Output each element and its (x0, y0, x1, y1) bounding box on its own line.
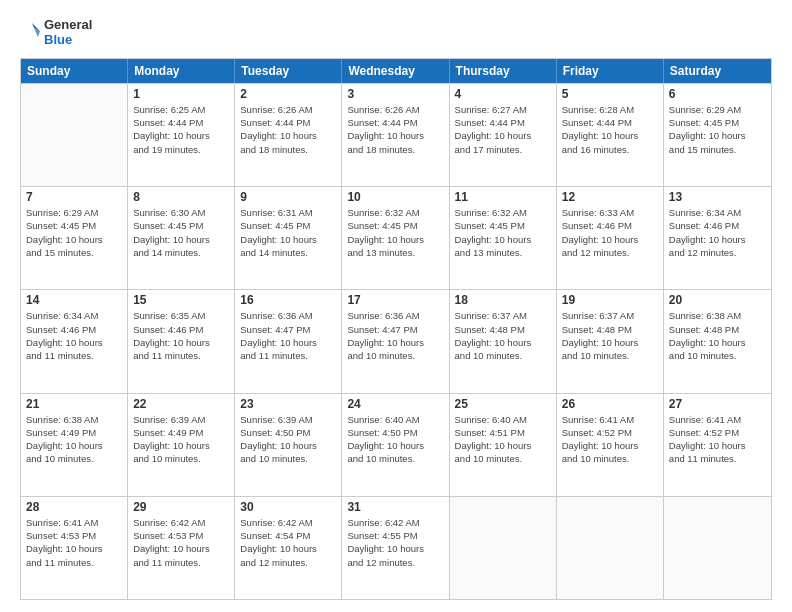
day-info: Sunrise: 6:26 AMSunset: 4:44 PMDaylight:… (347, 103, 443, 156)
day-number: 30 (240, 500, 336, 514)
day-number: 21 (26, 397, 122, 411)
day-number: 1 (133, 87, 229, 101)
logo-bird-icon (20, 21, 40, 45)
day-info: Sunrise: 6:42 AMSunset: 4:55 PMDaylight:… (347, 516, 443, 569)
day-number: 7 (26, 190, 122, 204)
day-info: Sunrise: 6:42 AMSunset: 4:53 PMDaylight:… (133, 516, 229, 569)
empty-cell-4-5 (557, 497, 664, 599)
day-cell-28: 28Sunrise: 6:41 AMSunset: 4:53 PMDayligh… (21, 497, 128, 599)
day-number: 31 (347, 500, 443, 514)
day-cell-29: 29Sunrise: 6:42 AMSunset: 4:53 PMDayligh… (128, 497, 235, 599)
day-cell-21: 21Sunrise: 6:38 AMSunset: 4:49 PMDayligh… (21, 394, 128, 496)
day-number: 12 (562, 190, 658, 204)
calendar-row-3: 14Sunrise: 6:34 AMSunset: 4:46 PMDayligh… (21, 289, 771, 392)
day-number: 5 (562, 87, 658, 101)
day-cell-14: 14Sunrise: 6:34 AMSunset: 4:46 PMDayligh… (21, 290, 128, 392)
empty-cell-4-6 (664, 497, 771, 599)
empty-cell-4-4 (450, 497, 557, 599)
day-info: Sunrise: 6:29 AMSunset: 4:45 PMDaylight:… (26, 206, 122, 259)
day-info: Sunrise: 6:27 AMSunset: 4:44 PMDaylight:… (455, 103, 551, 156)
day-cell-7: 7Sunrise: 6:29 AMSunset: 4:45 PMDaylight… (21, 187, 128, 289)
day-info: Sunrise: 6:35 AMSunset: 4:46 PMDaylight:… (133, 309, 229, 362)
day-cell-26: 26Sunrise: 6:41 AMSunset: 4:52 PMDayligh… (557, 394, 664, 496)
day-cell-15: 15Sunrise: 6:35 AMSunset: 4:46 PMDayligh… (128, 290, 235, 392)
header-day-saturday: Saturday (664, 59, 771, 83)
day-cell-22: 22Sunrise: 6:39 AMSunset: 4:49 PMDayligh… (128, 394, 235, 496)
day-number: 18 (455, 293, 551, 307)
day-cell-30: 30Sunrise: 6:42 AMSunset: 4:54 PMDayligh… (235, 497, 342, 599)
day-info: Sunrise: 6:25 AMSunset: 4:44 PMDaylight:… (133, 103, 229, 156)
day-info: Sunrise: 6:31 AMSunset: 4:45 PMDaylight:… (240, 206, 336, 259)
day-cell-4: 4Sunrise: 6:27 AMSunset: 4:44 PMDaylight… (450, 84, 557, 186)
header-day-friday: Friday (557, 59, 664, 83)
day-cell-6: 6Sunrise: 6:29 AMSunset: 4:45 PMDaylight… (664, 84, 771, 186)
day-cell-9: 9Sunrise: 6:31 AMSunset: 4:45 PMDaylight… (235, 187, 342, 289)
day-number: 11 (455, 190, 551, 204)
day-cell-20: 20Sunrise: 6:38 AMSunset: 4:48 PMDayligh… (664, 290, 771, 392)
day-cell-17: 17Sunrise: 6:36 AMSunset: 4:47 PMDayligh… (342, 290, 449, 392)
day-info: Sunrise: 6:39 AMSunset: 4:50 PMDaylight:… (240, 413, 336, 466)
day-number: 4 (455, 87, 551, 101)
day-info: Sunrise: 6:38 AMSunset: 4:48 PMDaylight:… (669, 309, 766, 362)
day-cell-18: 18Sunrise: 6:37 AMSunset: 4:48 PMDayligh… (450, 290, 557, 392)
header-day-tuesday: Tuesday (235, 59, 342, 83)
day-info: Sunrise: 6:42 AMSunset: 4:54 PMDaylight:… (240, 516, 336, 569)
day-info: Sunrise: 6:37 AMSunset: 4:48 PMDaylight:… (562, 309, 658, 362)
day-number: 3 (347, 87, 443, 101)
day-info: Sunrise: 6:37 AMSunset: 4:48 PMDaylight:… (455, 309, 551, 362)
day-cell-5: 5Sunrise: 6:28 AMSunset: 4:44 PMDaylight… (557, 84, 664, 186)
day-info: Sunrise: 6:33 AMSunset: 4:46 PMDaylight:… (562, 206, 658, 259)
day-number: 14 (26, 293, 122, 307)
day-cell-12: 12Sunrise: 6:33 AMSunset: 4:46 PMDayligh… (557, 187, 664, 289)
day-number: 28 (26, 500, 122, 514)
day-info: Sunrise: 6:38 AMSunset: 4:49 PMDaylight:… (26, 413, 122, 466)
day-cell-8: 8Sunrise: 6:30 AMSunset: 4:45 PMDaylight… (128, 187, 235, 289)
calendar-row-5: 28Sunrise: 6:41 AMSunset: 4:53 PMDayligh… (21, 496, 771, 599)
day-number: 16 (240, 293, 336, 307)
day-cell-10: 10Sunrise: 6:32 AMSunset: 4:45 PMDayligh… (342, 187, 449, 289)
day-cell-27: 27Sunrise: 6:41 AMSunset: 4:52 PMDayligh… (664, 394, 771, 496)
day-cell-1: 1Sunrise: 6:25 AMSunset: 4:44 PMDaylight… (128, 84, 235, 186)
calendar-row-1: 1Sunrise: 6:25 AMSunset: 4:44 PMDaylight… (21, 83, 771, 186)
day-number: 17 (347, 293, 443, 307)
day-cell-3: 3Sunrise: 6:26 AMSunset: 4:44 PMDaylight… (342, 84, 449, 186)
day-cell-25: 25Sunrise: 6:40 AMSunset: 4:51 PMDayligh… (450, 394, 557, 496)
day-number: 29 (133, 500, 229, 514)
day-info: Sunrise: 6:40 AMSunset: 4:50 PMDaylight:… (347, 413, 443, 466)
day-info: Sunrise: 6:36 AMSunset: 4:47 PMDaylight:… (347, 309, 443, 362)
header: General Blue (20, 18, 772, 48)
day-number: 13 (669, 190, 766, 204)
calendar-body: 1Sunrise: 6:25 AMSunset: 4:44 PMDaylight… (21, 83, 771, 599)
page: General Blue SundayMondayTuesdayWednesda… (0, 0, 792, 612)
header-day-monday: Monday (128, 59, 235, 83)
day-number: 22 (133, 397, 229, 411)
calendar-header: SundayMondayTuesdayWednesdayThursdayFrid… (21, 59, 771, 83)
day-cell-31: 31Sunrise: 6:42 AMSunset: 4:55 PMDayligh… (342, 497, 449, 599)
day-cell-13: 13Sunrise: 6:34 AMSunset: 4:46 PMDayligh… (664, 187, 771, 289)
day-info: Sunrise: 6:41 AMSunset: 4:52 PMDaylight:… (669, 413, 766, 466)
header-day-thursday: Thursday (450, 59, 557, 83)
day-number: 6 (669, 87, 766, 101)
day-number: 19 (562, 293, 658, 307)
day-number: 27 (669, 397, 766, 411)
day-info: Sunrise: 6:41 AMSunset: 4:53 PMDaylight:… (26, 516, 122, 569)
day-info: Sunrise: 6:28 AMSunset: 4:44 PMDaylight:… (562, 103, 658, 156)
day-number: 10 (347, 190, 443, 204)
empty-cell-0-0 (21, 84, 128, 186)
day-cell-16: 16Sunrise: 6:36 AMSunset: 4:47 PMDayligh… (235, 290, 342, 392)
day-number: 20 (669, 293, 766, 307)
day-info: Sunrise: 6:26 AMSunset: 4:44 PMDaylight:… (240, 103, 336, 156)
calendar: SundayMondayTuesdayWednesdayThursdayFrid… (20, 58, 772, 600)
day-info: Sunrise: 6:36 AMSunset: 4:47 PMDaylight:… (240, 309, 336, 362)
day-number: 24 (347, 397, 443, 411)
day-info: Sunrise: 6:34 AMSunset: 4:46 PMDaylight:… (669, 206, 766, 259)
day-info: Sunrise: 6:40 AMSunset: 4:51 PMDaylight:… (455, 413, 551, 466)
day-number: 9 (240, 190, 336, 204)
day-number: 26 (562, 397, 658, 411)
day-info: Sunrise: 6:29 AMSunset: 4:45 PMDaylight:… (669, 103, 766, 156)
header-day-wednesday: Wednesday (342, 59, 449, 83)
day-cell-11: 11Sunrise: 6:32 AMSunset: 4:45 PMDayligh… (450, 187, 557, 289)
day-cell-2: 2Sunrise: 6:26 AMSunset: 4:44 PMDaylight… (235, 84, 342, 186)
day-number: 23 (240, 397, 336, 411)
day-number: 8 (133, 190, 229, 204)
